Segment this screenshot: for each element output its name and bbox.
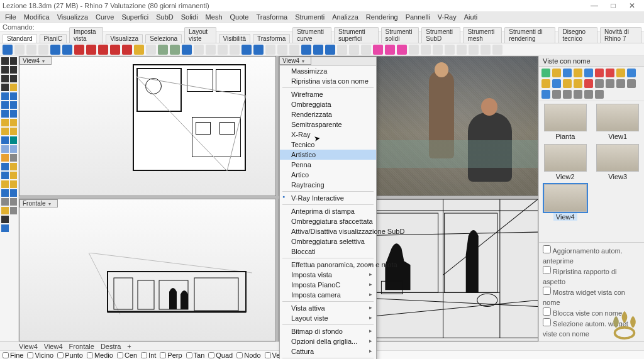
tool-icon[interactable] (10, 66, 18, 74)
toolbar-icon[interactable] (182, 45, 192, 55)
menu-v-ray[interactable]: V-Ray (436, 13, 458, 21)
toolbar-icon[interactable] (385, 45, 395, 55)
menu-aiuti[interactable]: Aiuti (463, 13, 479, 21)
panel-icon[interactable] (574, 79, 582, 88)
menu-item-artistico[interactable]: Artistico (280, 150, 376, 160)
tool-icon[interactable] (10, 180, 18, 188)
tool-icon[interactable] (1, 110, 9, 118)
toolbar-icon[interactable] (146, 45, 156, 55)
tool-icon[interactable] (10, 110, 18, 118)
toolbar-icon[interactable] (3, 45, 13, 55)
osnap-cen[interactable]: Cen (117, 351, 137, 359)
menu-item-bitmap-di-sfondo[interactable]: Bitmap di sfondo (280, 326, 376, 336)
tab-pianic[interactable]: PianiC (40, 34, 67, 43)
toolbar-icon[interactable] (277, 45, 287, 55)
tool-icon[interactable] (1, 92, 9, 100)
panel-icon[interactable] (584, 69, 593, 77)
osnap-medio[interactable]: Medio (87, 351, 113, 359)
menu-trasforma[interactable]: Trasforma (255, 13, 289, 21)
toolbar-icon[interactable] (86, 45, 96, 55)
menu-item-layout-viste[interactable]: Layout viste (280, 313, 376, 323)
panel-icon[interactable] (627, 69, 636, 77)
window-close-button[interactable]: ✕ (623, 1, 641, 10)
menu-item-penna[interactable]: Penna (280, 160, 376, 170)
status-tab-view4[interactable]: View4 (44, 343, 63, 350)
osnap-tan[interactable]: Tan (186, 351, 205, 359)
viewport-top-left[interactable]: View4 (19, 56, 276, 196)
toolbar-icon[interactable] (349, 45, 359, 55)
tool-icon[interactable] (10, 101, 18, 109)
tool-icon[interactable] (1, 101, 9, 109)
menu-pannelli[interactable]: Pannelli (404, 13, 431, 21)
toolbar-icon[interactable] (361, 45, 371, 55)
menu-item-attiva-disattiva-visualizzazione-subd[interactable]: Attiva/Disattiva visualizzazione SubD (280, 226, 376, 236)
menu-item-vista-attiva[interactable]: Vista attiva (280, 303, 376, 313)
menu-item-semitrasparente[interactable]: Semitrasparente (280, 119, 376, 130)
option-aggiornamento-autom-anteprime[interactable]: Aggiornamento autom. anteprime (543, 245, 640, 266)
panel-icon[interactable] (574, 69, 582, 77)
tool-icon[interactable] (1, 198, 9, 206)
tab-strumenti-subd[interactable]: Strumenti SubD (421, 27, 460, 43)
tool-icon[interactable] (1, 128, 9, 135)
viewport-bottom-left[interactable]: Frontale (19, 199, 276, 341)
tool-icon[interactable] (1, 207, 9, 214)
osnap-vicino[interactable]: Vicino (27, 351, 53, 359)
tool-icon[interactable] (10, 207, 18, 214)
option-mostra-widget-vista-con-nome[interactable]: Mostra widget vista con nome (543, 287, 640, 307)
menu-item-x-ray[interactable]: X-Ray (280, 130, 376, 140)
tool-icon[interactable] (1, 136, 9, 144)
panel-icon[interactable] (627, 79, 636, 88)
menu-item-anteprima-di-stampa[interactable]: Anteprima di stampa (280, 206, 376, 216)
toolbar-icon[interactable] (325, 45, 335, 55)
panel-icon[interactable] (552, 69, 561, 77)
tab-imposta-vista[interactable]: Imposta vista (69, 27, 103, 43)
viewport-label-tl[interactable]: View4 (19, 57, 52, 65)
toolbar-icon[interactable] (62, 45, 72, 55)
tool-icon[interactable] (10, 198, 18, 206)
viewport-context-menu[interactable]: View4 MassimizzaRipristina vista con nom… (279, 57, 377, 359)
panel-icon[interactable] (595, 69, 604, 77)
tab-strumenti-solidi[interactable]: Strumenti solidi (381, 27, 419, 43)
toolbar-icon[interactable] (445, 45, 455, 55)
tab-seleziona[interactable]: Seleziona (145, 34, 182, 43)
menu-item-bloccati[interactable]: Bloccati (280, 246, 376, 257)
menu-item-effettua-panoramica-zoom-e-ruota[interactable]: Effettua panoramica, zoom e ruota (280, 260, 376, 270)
tab-strumenti-superfici[interactable]: Strumenti superfici (334, 27, 379, 43)
panel-icon[interactable] (541, 90, 550, 99)
toolbar-icon[interactable] (74, 45, 84, 55)
tool-icon[interactable] (10, 92, 18, 100)
panel-icon[interactable] (584, 90, 593, 99)
osnap-perp[interactable]: Perp (160, 351, 182, 359)
tab-novità-di-rhino-7[interactable]: Novità di Rhino 7 (600, 27, 641, 43)
toolbar-icon[interactable] (457, 45, 467, 55)
tool-icon[interactable] (10, 145, 18, 153)
toolbar-icon[interactable] (50, 45, 60, 55)
menu-item-imposta-vista[interactable]: Imposta vista (280, 270, 376, 280)
toolbar-icon[interactable] (301, 45, 311, 55)
tool-icon[interactable] (1, 119, 9, 126)
osnap-int[interactable]: Int (141, 351, 156, 359)
tool-icon[interactable] (1, 154, 9, 162)
menu-item-artico[interactable]: Artico (280, 170, 376, 180)
status-tab-destra[interactable]: Destra (101, 343, 121, 350)
status-tab-view4[interactable]: View4 (19, 343, 38, 350)
panel-icon[interactable] (606, 69, 614, 77)
toolbar-icon[interactable] (206, 45, 216, 55)
viewport-label-bl[interactable]: Frontale (19, 199, 58, 207)
toolbar-icon[interactable] (122, 45, 132, 55)
tool-icon[interactable] (1, 180, 9, 188)
menu-solidi[interactable]: Solidi (180, 13, 199, 21)
panel-icon[interactable] (584, 79, 593, 88)
panel-icon[interactable] (595, 90, 604, 99)
toolbar-icon[interactable] (289, 45, 299, 55)
tool-icon[interactable] (1, 172, 9, 179)
tab-standard[interactable]: Standard (3, 34, 37, 43)
tool-icon[interactable] (1, 189, 9, 197)
osnap-punto[interactable]: Punto (57, 351, 83, 359)
toolbar-icon[interactable] (409, 45, 419, 55)
osnap-fine[interactable]: Fine (3, 351, 23, 359)
tool-icon[interactable] (10, 163, 18, 170)
menu-item-massimizza[interactable]: Massimizza (280, 66, 376, 76)
toolbar-icon[interactable] (373, 45, 383, 55)
panel-icon[interactable] (563, 69, 572, 77)
